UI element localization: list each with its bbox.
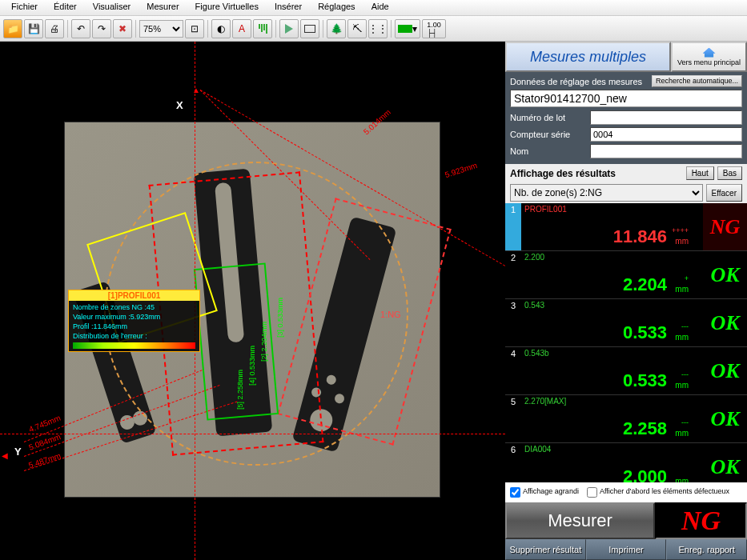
result-status: OK [703,395,747,442]
menu-settings[interactable]: Réglages [310,0,363,15]
menu-insert[interactable]: Insérer [267,0,310,15]
menu-measure[interactable]: Mesurer [139,0,187,15]
tool-bars-icon[interactable] [253,19,272,38]
dim-5: 5.487mm [27,451,62,470]
crosshair-h [0,434,505,434]
home-label: Vers menu principal [677,58,741,66]
tooltip-header: [1]PROFIL001 [69,290,199,301]
g-lbl-1: [3] 0.533mm [276,298,284,338]
result-mark: --- [681,322,689,330]
menu-edit[interactable]: Éditer [46,0,85,15]
settings-title: Données de réglage des mesures [510,77,642,86]
save-icon[interactable]: 💾 [24,19,43,38]
up-button[interactable]: Haut [686,166,714,180]
g-lbl-3: [4] 0.533mm [248,346,256,386]
result-index: 4 [505,347,521,394]
result-unit: mm [675,477,689,482]
overall-status: NG [655,502,747,539]
cancel-icon[interactable]: ✖ [113,19,132,38]
result-mark: --- [681,370,689,378]
clear-button[interactable]: Effacer [706,184,743,202]
enlarge-checkbox[interactable]: Affichage agrandi [510,487,579,498]
result-status: OK [703,443,747,482]
multi-measure-button[interactable]: Mesures multiples [505,42,671,72]
result-name: 2.200 [524,253,700,262]
serial-input[interactable] [590,127,742,142]
program-name-field[interactable]: Stator901412700_new [510,90,742,107]
menu-bar: Fichier Éditer Visualiser Mesurer Figure… [0,0,747,16]
tool-a-icon[interactable]: ◐ [211,19,231,38]
measure-button[interactable]: Mesurer [505,502,655,539]
g-lbl-4: [5] 2.258mm [236,370,244,410]
result-mark: ++++ [672,226,689,234]
delete-result-button[interactable]: Supprimer résultat [505,539,586,560]
result-row[interactable]: 6 DIA004 2.000 mm OK [505,443,747,482]
result-row[interactable]: 2 2.200 + 2.204 mm OK [505,251,747,299]
results-title: Affichage des résultats [510,168,683,179]
result-row[interactable]: 3 0.543 --- 0.533 mm OK [505,299,747,347]
name-input[interactable] [590,144,742,158]
main-menu-button[interactable]: Vers menu principal [671,42,747,72]
down-button[interactable]: Bas [717,166,742,180]
result-name: 0.543b [524,349,700,358]
save-report-button[interactable]: Enreg. rapport [666,539,747,560]
print-button[interactable]: Imprimer [586,539,667,560]
result-index: 6 [505,443,521,482]
result-status: OK [703,251,747,298]
tooltip-line: Distribution de l'erreur : [73,331,195,341]
x-axis-label: X [176,99,183,111]
menu-file[interactable]: Fichier [3,0,46,15]
g-lbl-2: [2] 2.204mm [260,322,268,362]
side-panel: Mesures multiples Vers menu principal Do… [505,42,747,560]
result-unit: mm [675,285,689,294]
undo-icon[interactable]: ↶ [71,19,90,38]
result-row[interactable]: 5 2.270[MAX] --- 2.258 mm OK [505,395,747,443]
result-name: 2.270[MAX] [524,397,700,406]
arrow-left-icon: ◀ [2,451,8,460]
rect-icon[interactable] [300,19,319,38]
open-icon[interactable]: 📁 [3,19,22,38]
ng-annotation: 1:NG [380,310,401,319]
fit-icon[interactable]: ⊡ [185,19,204,38]
toolbar: 📁 💾 🖨 ↶ ↷ ✖ 75% ⊡ ◐ A 🌲 ⛏ ⋮⋮ ▾ 1.00├┤ [0,16,747,42]
auto-search-button[interactable]: Recherche automatique... [652,75,742,87]
color-icon[interactable]: ▾ [395,19,420,38]
result-unit: mm [675,237,689,246]
lot-input[interactable] [590,110,742,125]
tree2-icon[interactable]: ⛏ [347,19,367,38]
result-value: 0.533 [623,370,667,391]
print-icon[interactable]: 🖨 [45,19,64,38]
result-unit: mm [675,429,689,438]
result-mark: --- [681,418,689,426]
measurement-viewport[interactable]: X Y ▲ ◀ 5.014mm 5.923mm 4.745mm 5.084mm … [0,42,505,560]
serial-label: Compteur série [510,130,590,139]
result-value: 0.533 [623,322,667,343]
error-gradient [73,342,195,349]
dim-icon[interactable]: 1.00├┤ [422,19,446,38]
settings-section: Données de réglage des mesures Recherche… [505,72,747,164]
result-value: 2.000 [623,466,667,482]
zone-select[interactable]: Nb. de zone(s) 2:NG [510,184,703,202]
result-unit: mm [675,333,689,342]
result-row[interactable]: 1 PROFIL001 ++++ 11.846 mm NG [505,203,747,251]
result-row[interactable]: 4 0.543b --- 0.533 mm OK [505,347,747,395]
play-icon[interactable] [279,19,299,38]
tooltip-line: Nombre de zones NG :45 [73,302,195,312]
defects-first-checkbox[interactable]: Afficher d'abord les éléments défectueux [587,487,729,498]
result-status: OK [703,347,747,394]
result-status: OK [703,299,747,346]
zoom-select[interactable]: 75% [139,20,183,38]
result-value: 2.258 [623,418,667,439]
tree1-icon[interactable]: 🌲 [327,19,346,38]
result-index: 1 [505,203,521,250]
tool-text-icon[interactable]: A [232,19,251,38]
lot-label: Numéro de lot [510,113,590,122]
menu-figures[interactable]: Figure Virtuelles [187,0,267,15]
grid-icon[interactable]: ⋮⋮ [368,19,388,38]
tooltip-line: Valeur maximum :5.923mm [73,312,195,322]
results-list[interactable]: 1 PROFIL001 ++++ 11.846 mm NG2 2.200 + 2… [505,203,747,482]
redo-icon[interactable]: ↷ [92,19,111,38]
menu-view[interactable]: Visualiser [85,0,139,15]
menu-help[interactable]: Aide [363,0,397,15]
name-label: Nom [510,146,590,156]
